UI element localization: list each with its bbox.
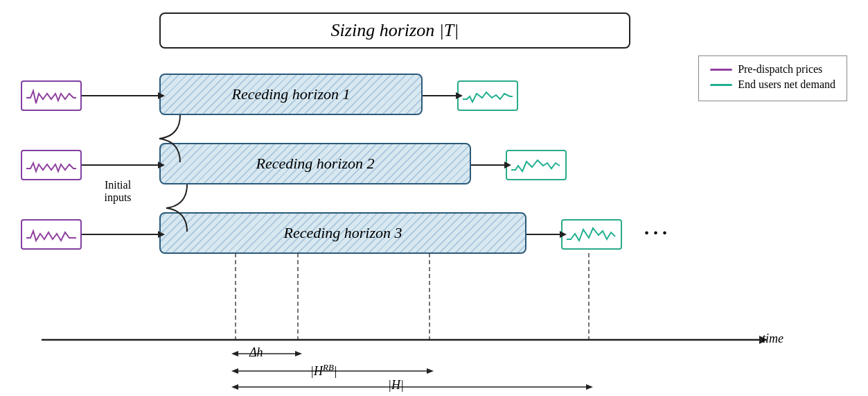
input-signal-2	[21, 150, 82, 180]
legend-item-predispatch: Pre-dispatch prices	[710, 63, 835, 76]
h-rb-label: |HRB|	[310, 362, 337, 379]
h-label: |H|	[388, 378, 404, 393]
sizing-horizon-box: Sizing horizon |T|	[159, 12, 630, 49]
output-signal-3	[561, 219, 622, 250]
input-signal-1	[21, 80, 82, 111]
legend-predispatch-label: Pre-dispatch prices	[738, 63, 822, 76]
svg-marker-22	[231, 368, 238, 374]
legend-demand-line	[710, 84, 732, 86]
delta-h-label: Δh	[249, 345, 263, 360]
svg-marker-20	[295, 351, 302, 356]
svg-marker-19	[231, 351, 238, 356]
rh-box-3: Receding horizon 3	[159, 212, 526, 254]
rh-label-3: Receding horizon 3	[283, 224, 402, 242]
legend-predispatch-line	[710, 69, 732, 71]
legend-item-demand: End users net demand	[710, 78, 835, 91]
svg-marker-26	[586, 384, 593, 390]
input-signal-3	[21, 219, 82, 250]
legend-demand-label: End users net demand	[738, 78, 835, 91]
rh-box-1: Receding horizon 1	[159, 74, 423, 115]
sizing-horizon-label: Sizing horizon |T|	[331, 20, 459, 41]
svg-marker-23	[427, 368, 434, 374]
initial-label-text: Initialinputs	[104, 179, 131, 203]
legend-box: Pre-dispatch prices End users net demand	[698, 55, 847, 101]
initial-inputs-label: Initialinputs	[83, 179, 152, 204]
continuation-dots: ···	[644, 222, 671, 244]
svg-marker-25	[231, 384, 238, 390]
output-signal-1	[457, 80, 518, 111]
rh-label-2: Receding horizon 2	[256, 155, 374, 173]
rh-box-2: Receding horizon 2	[159, 143, 471, 184]
time-label: time	[762, 332, 783, 346]
output-signal-2	[506, 150, 567, 180]
diagram-container: Sizing horizon |T| Receding horizon 1 Re…	[0, 0, 868, 396]
rh-label-1: Receding horizon 1	[231, 85, 350, 103]
